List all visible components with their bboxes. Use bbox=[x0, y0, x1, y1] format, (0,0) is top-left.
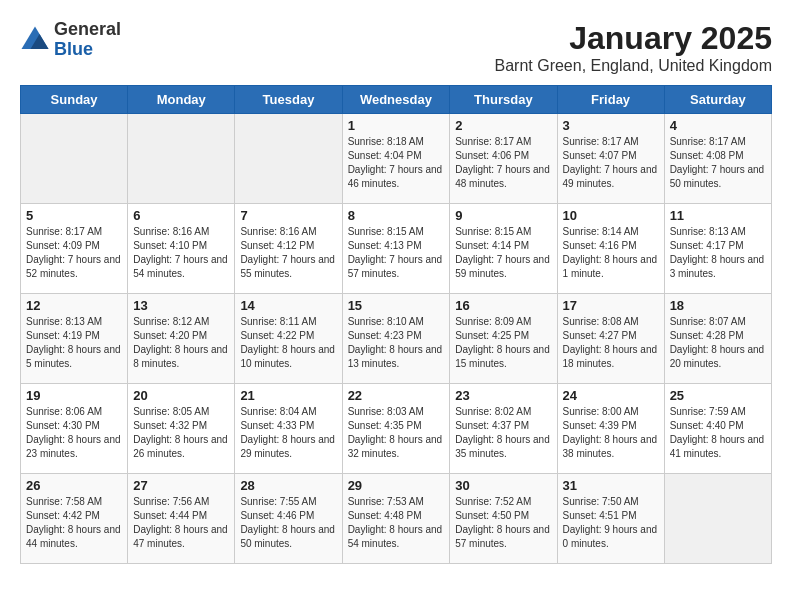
calendar-cell bbox=[128, 114, 235, 204]
calendar-week-row: 1Sunrise: 8:18 AM Sunset: 4:04 PM Daylig… bbox=[21, 114, 772, 204]
day-number: 3 bbox=[563, 118, 659, 133]
day-number: 31 bbox=[563, 478, 659, 493]
calendar-cell: 6Sunrise: 8:16 AM Sunset: 4:10 PM Daylig… bbox=[128, 204, 235, 294]
calendar-cell: 11Sunrise: 8:13 AM Sunset: 4:17 PM Dayli… bbox=[664, 204, 771, 294]
day-info: Sunrise: 8:06 AM Sunset: 4:30 PM Dayligh… bbox=[26, 405, 122, 461]
day-info: Sunrise: 8:02 AM Sunset: 4:37 PM Dayligh… bbox=[455, 405, 551, 461]
day-number: 6 bbox=[133, 208, 229, 223]
day-info: Sunrise: 8:08 AM Sunset: 4:27 PM Dayligh… bbox=[563, 315, 659, 371]
calendar-cell: 31Sunrise: 7:50 AM Sunset: 4:51 PM Dayli… bbox=[557, 474, 664, 564]
logo-icon bbox=[20, 25, 50, 55]
calendar-cell: 14Sunrise: 8:11 AM Sunset: 4:22 PM Dayli… bbox=[235, 294, 342, 384]
logo-text: General Blue bbox=[54, 20, 121, 60]
day-info: Sunrise: 8:04 AM Sunset: 4:33 PM Dayligh… bbox=[240, 405, 336, 461]
calendar-cell: 21Sunrise: 8:04 AM Sunset: 4:33 PM Dayli… bbox=[235, 384, 342, 474]
day-number: 14 bbox=[240, 298, 336, 313]
calendar-cell: 17Sunrise: 8:08 AM Sunset: 4:27 PM Dayli… bbox=[557, 294, 664, 384]
day-number: 8 bbox=[348, 208, 445, 223]
day-number: 30 bbox=[455, 478, 551, 493]
calendar-week-row: 5Sunrise: 8:17 AM Sunset: 4:09 PM Daylig… bbox=[21, 204, 772, 294]
day-info: Sunrise: 7:53 AM Sunset: 4:48 PM Dayligh… bbox=[348, 495, 445, 551]
day-info: Sunrise: 7:50 AM Sunset: 4:51 PM Dayligh… bbox=[563, 495, 659, 551]
day-info: Sunrise: 8:15 AM Sunset: 4:14 PM Dayligh… bbox=[455, 225, 551, 281]
day-number: 5 bbox=[26, 208, 122, 223]
calendar-cell: 1Sunrise: 8:18 AM Sunset: 4:04 PM Daylig… bbox=[342, 114, 450, 204]
day-number: 15 bbox=[348, 298, 445, 313]
day-number: 12 bbox=[26, 298, 122, 313]
calendar-cell: 20Sunrise: 8:05 AM Sunset: 4:32 PM Dayli… bbox=[128, 384, 235, 474]
day-number: 29 bbox=[348, 478, 445, 493]
calendar-subtitle: Barnt Green, England, United Kingdom bbox=[495, 57, 773, 75]
calendar-cell: 10Sunrise: 8:14 AM Sunset: 4:16 PM Dayli… bbox=[557, 204, 664, 294]
day-number: 19 bbox=[26, 388, 122, 403]
weekday-header: Saturday bbox=[664, 86, 771, 114]
day-info: Sunrise: 8:12 AM Sunset: 4:20 PM Dayligh… bbox=[133, 315, 229, 371]
day-number: 10 bbox=[563, 208, 659, 223]
day-info: Sunrise: 7:56 AM Sunset: 4:44 PM Dayligh… bbox=[133, 495, 229, 551]
day-number: 2 bbox=[455, 118, 551, 133]
calendar-table: SundayMondayTuesdayWednesdayThursdayFrid… bbox=[20, 85, 772, 564]
calendar-cell: 3Sunrise: 8:17 AM Sunset: 4:07 PM Daylig… bbox=[557, 114, 664, 204]
weekday-header: Monday bbox=[128, 86, 235, 114]
weekday-header-row: SundayMondayTuesdayWednesdayThursdayFrid… bbox=[21, 86, 772, 114]
day-info: Sunrise: 8:13 AM Sunset: 4:17 PM Dayligh… bbox=[670, 225, 766, 281]
weekday-header: Sunday bbox=[21, 86, 128, 114]
day-info: Sunrise: 8:13 AM Sunset: 4:19 PM Dayligh… bbox=[26, 315, 122, 371]
calendar-cell: 25Sunrise: 7:59 AM Sunset: 4:40 PM Dayli… bbox=[664, 384, 771, 474]
day-info: Sunrise: 8:17 AM Sunset: 4:09 PM Dayligh… bbox=[26, 225, 122, 281]
calendar-cell: 7Sunrise: 8:16 AM Sunset: 4:12 PM Daylig… bbox=[235, 204, 342, 294]
day-number: 22 bbox=[348, 388, 445, 403]
calendar-cell bbox=[235, 114, 342, 204]
day-info: Sunrise: 8:00 AM Sunset: 4:39 PM Dayligh… bbox=[563, 405, 659, 461]
day-number: 18 bbox=[670, 298, 766, 313]
calendar-cell: 16Sunrise: 8:09 AM Sunset: 4:25 PM Dayli… bbox=[450, 294, 557, 384]
calendar-cell: 9Sunrise: 8:15 AM Sunset: 4:14 PM Daylig… bbox=[450, 204, 557, 294]
calendar-cell: 27Sunrise: 7:56 AM Sunset: 4:44 PM Dayli… bbox=[128, 474, 235, 564]
weekday-header: Thursday bbox=[450, 86, 557, 114]
day-info: Sunrise: 8:16 AM Sunset: 4:12 PM Dayligh… bbox=[240, 225, 336, 281]
calendar-cell: 13Sunrise: 8:12 AM Sunset: 4:20 PM Dayli… bbox=[128, 294, 235, 384]
calendar-cell: 18Sunrise: 8:07 AM Sunset: 4:28 PM Dayli… bbox=[664, 294, 771, 384]
day-number: 28 bbox=[240, 478, 336, 493]
calendar-cell bbox=[664, 474, 771, 564]
day-info: Sunrise: 8:14 AM Sunset: 4:16 PM Dayligh… bbox=[563, 225, 659, 281]
calendar-cell bbox=[21, 114, 128, 204]
day-number: 9 bbox=[455, 208, 551, 223]
logo-general: General bbox=[54, 20, 121, 40]
logo: General Blue bbox=[20, 20, 121, 60]
calendar-cell: 24Sunrise: 8:00 AM Sunset: 4:39 PM Dayli… bbox=[557, 384, 664, 474]
day-info: Sunrise: 8:10 AM Sunset: 4:23 PM Dayligh… bbox=[348, 315, 445, 371]
day-number: 25 bbox=[670, 388, 766, 403]
calendar-cell: 15Sunrise: 8:10 AM Sunset: 4:23 PM Dayli… bbox=[342, 294, 450, 384]
day-info: Sunrise: 8:17 AM Sunset: 4:08 PM Dayligh… bbox=[670, 135, 766, 191]
calendar-cell: 12Sunrise: 8:13 AM Sunset: 4:19 PM Dayli… bbox=[21, 294, 128, 384]
weekday-header: Friday bbox=[557, 86, 664, 114]
day-info: Sunrise: 7:59 AM Sunset: 4:40 PM Dayligh… bbox=[670, 405, 766, 461]
day-info: Sunrise: 7:52 AM Sunset: 4:50 PM Dayligh… bbox=[455, 495, 551, 551]
calendar-week-row: 12Sunrise: 8:13 AM Sunset: 4:19 PM Dayli… bbox=[21, 294, 772, 384]
day-info: Sunrise: 8:16 AM Sunset: 4:10 PM Dayligh… bbox=[133, 225, 229, 281]
day-info: Sunrise: 8:17 AM Sunset: 4:06 PM Dayligh… bbox=[455, 135, 551, 191]
day-number: 4 bbox=[670, 118, 766, 133]
weekday-header: Tuesday bbox=[235, 86, 342, 114]
day-info: Sunrise: 8:15 AM Sunset: 4:13 PM Dayligh… bbox=[348, 225, 445, 281]
day-number: 23 bbox=[455, 388, 551, 403]
day-number: 11 bbox=[670, 208, 766, 223]
day-number: 27 bbox=[133, 478, 229, 493]
day-info: Sunrise: 7:55 AM Sunset: 4:46 PM Dayligh… bbox=[240, 495, 336, 551]
calendar-cell: 22Sunrise: 8:03 AM Sunset: 4:35 PM Dayli… bbox=[342, 384, 450, 474]
day-number: 26 bbox=[26, 478, 122, 493]
calendar-title: January 2025 bbox=[495, 20, 773, 57]
calendar-cell: 28Sunrise: 7:55 AM Sunset: 4:46 PM Dayli… bbox=[235, 474, 342, 564]
day-info: Sunrise: 8:07 AM Sunset: 4:28 PM Dayligh… bbox=[670, 315, 766, 371]
day-info: Sunrise: 8:17 AM Sunset: 4:07 PM Dayligh… bbox=[563, 135, 659, 191]
day-number: 1 bbox=[348, 118, 445, 133]
calendar-cell: 26Sunrise: 7:58 AM Sunset: 4:42 PM Dayli… bbox=[21, 474, 128, 564]
day-number: 7 bbox=[240, 208, 336, 223]
calendar-cell: 30Sunrise: 7:52 AM Sunset: 4:50 PM Dayli… bbox=[450, 474, 557, 564]
page-header: General Blue January 2025 Barnt Green, E… bbox=[20, 20, 772, 75]
calendar-cell: 8Sunrise: 8:15 AM Sunset: 4:13 PM Daylig… bbox=[342, 204, 450, 294]
title-block: January 2025 Barnt Green, England, Unite… bbox=[495, 20, 773, 75]
calendar-cell: 2Sunrise: 8:17 AM Sunset: 4:06 PM Daylig… bbox=[450, 114, 557, 204]
calendar-cell: 5Sunrise: 8:17 AM Sunset: 4:09 PM Daylig… bbox=[21, 204, 128, 294]
